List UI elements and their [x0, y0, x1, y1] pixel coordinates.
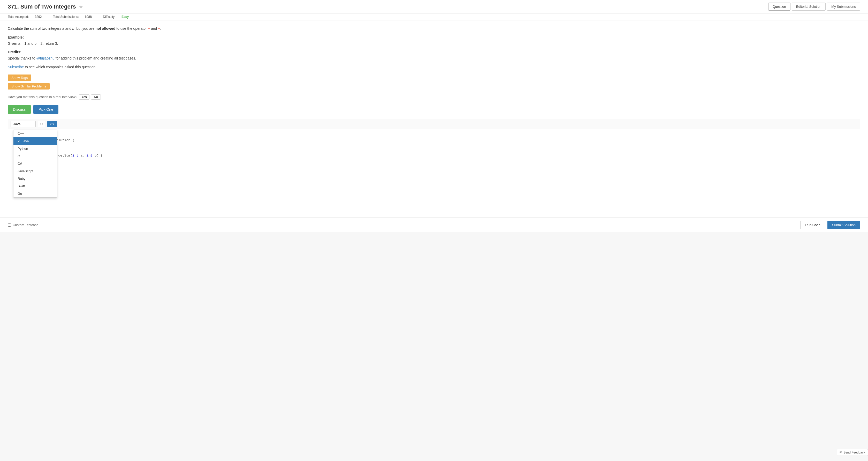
example-text: Given a = 1 and b = 2, return 3.	[8, 41, 58, 46]
accepted-label: Total Accepted: 3292	[8, 15, 48, 19]
example-section: Example: Given a = 1 and b = 2, return 3…	[8, 34, 209, 47]
dropdown-go[interactable]: Go	[13, 190, 57, 197]
language-dropdown: C++ ✓ Java Python C C# JavaScript Ruby S…	[13, 129, 57, 198]
run-submit-buttons: Run Code Submit Solution	[800, 221, 860, 229]
page-title: 371. Sum of Two Integers	[8, 3, 76, 10]
credits-section: Credits: Special thanks to @fujiaozhu fo…	[8, 49, 209, 62]
interview-text: Have you met this question in a real int…	[8, 94, 77, 100]
dropdown-c[interactable]: C	[13, 152, 57, 160]
check-icon: ✓	[18, 139, 20, 143]
refresh-button[interactable]: ↻	[38, 121, 45, 127]
code-format-button[interactable]: </>	[47, 121, 57, 127]
tab-buttons: Question Editorial Solution My Submissio…	[768, 3, 860, 10]
interview-section: Have you met this question in a real int…	[8, 94, 209, 100]
discuss-button[interactable]: Discuss	[8, 105, 31, 114]
editor-section: C++ Java Python C C# JavaScript Ruby Swi…	[8, 119, 860, 212]
difficulty-label: Difficulty: Easy	[103, 15, 134, 19]
code-line-1: public class Solution {	[12, 133, 856, 148]
discuss-pick-row: Discuss Pick One	[8, 105, 209, 114]
minus-operator: −	[158, 26, 160, 31]
submit-solution-button[interactable]: Submit Solution	[828, 221, 860, 229]
tag-buttons: Show Tags	[8, 75, 209, 81]
main-content: Calculate the sum of two integers a and …	[0, 21, 868, 217]
credits-label: Credits:	[8, 50, 22, 54]
code-editor[interactable]: public class Solution { public int getSu…	[8, 129, 860, 212]
dropdown-python[interactable]: Python	[13, 145, 57, 152]
run-code-button[interactable]: Run Code	[800, 221, 825, 229]
subscribe-link[interactable]: Subscribe	[8, 65, 24, 69]
problem-description: Calculate the sum of two integers a and …	[8, 26, 209, 32]
plus-operator: +	[148, 26, 150, 31]
star-icon[interactable]: ★	[79, 4, 83, 10]
top-bar: 371. Sum of Two Integers ★ Question Edit…	[0, 0, 868, 13]
bottom-bar: Custom Testcase Run Code Submit Solution	[0, 217, 868, 232]
problem-body: Calculate the sum of two integers a and …	[8, 26, 209, 114]
subscribe-section: Subscribe to see which companies asked t…	[8, 64, 209, 70]
dropdown-javascript[interactable]: JavaScript	[13, 167, 57, 175]
not-allowed-text: not allowed	[95, 26, 115, 31]
accepted-value: 3292	[35, 15, 42, 19]
custom-testcase-area: Custom Testcase	[8, 223, 38, 227]
var-a: a	[62, 26, 64, 31]
dropdown-swift[interactable]: Swift	[13, 182, 57, 190]
yes-button[interactable]: Yes	[79, 94, 90, 99]
stats-bar: Total Accepted: 3292 Total Submissions: …	[0, 13, 868, 21]
show-similar-button[interactable]: Show Similar Problems	[8, 83, 50, 89]
submissions-label: Total Submissions: 6088	[53, 15, 98, 19]
pick-one-button[interactable]: Pick One	[33, 105, 58, 114]
tab-my-submissions[interactable]: My Submissions	[827, 3, 860, 10]
dropdown-cpp[interactable]: C++	[13, 130, 57, 137]
title-area: 371. Sum of Two Integers ★	[8, 3, 83, 10]
custom-testcase-label: Custom Testcase	[13, 223, 38, 227]
lang-select-wrapper: C++ Java Python C C# JavaScript Ruby Swi…	[10, 121, 36, 127]
difficulty-value: Easy	[122, 15, 129, 19]
editor-toolbar: C++ Java Python C C# JavaScript Ruby Swi…	[8, 119, 860, 129]
tab-question[interactable]: Question	[768, 3, 790, 10]
custom-testcase-checkbox[interactable]	[8, 223, 11, 227]
tab-editorial[interactable]: Editorial Solution	[792, 3, 826, 10]
code-line-2: public int getSum(int a, int b) {	[12, 148, 856, 163]
credits-link[interactable]: @fujiaozhu	[36, 56, 55, 60]
dropdown-csharp[interactable]: C#	[13, 160, 57, 167]
dropdown-ruby[interactable]: Ruby	[13, 175, 57, 182]
example-label: Example:	[8, 35, 24, 39]
no-button[interactable]: No	[91, 94, 100, 99]
language-select[interactable]: C++ Java Python C C# JavaScript Ruby Swi…	[10, 121, 36, 127]
show-tags-button[interactable]: Show Tags	[8, 75, 31, 81]
similar-button-row: Show Similar Problems	[8, 83, 209, 89]
submissions-value: 6088	[85, 15, 92, 19]
dropdown-java[interactable]: ✓ Java	[13, 137, 57, 145]
var-b: b	[72, 26, 74, 31]
